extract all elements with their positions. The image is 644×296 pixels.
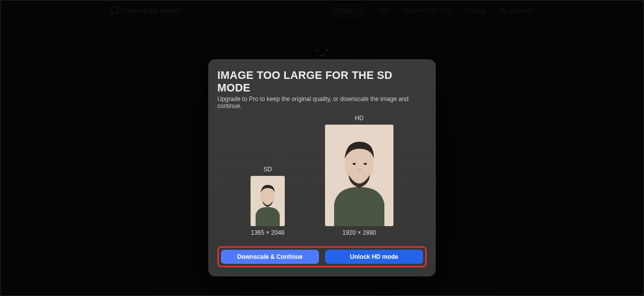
hd-column: HD 1920 × 2880 [325,115,393,236]
button-row-highlight: Downscale & Continue Unlock HD mode [217,246,427,267]
modal-subtitle: Upgrade to Pro to keep the original qual… [217,95,427,110]
hd-dimensions: 1920 × 2880 [342,229,376,236]
image-too-large-modal: IMAGE TOO LARGE FOR THE SD MODE Upgrade … [208,59,436,276]
hd-preview-image [325,125,393,226]
svg-point-4 [353,163,356,165]
downscale-button[interactable]: Downscale & Continue [221,250,319,264]
sd-dimensions: 1365 × 2048 [251,229,284,236]
sd-preview-image [251,176,285,226]
preview-row: SD 1365 × 2048 HD [217,115,427,236]
sd-label: SD [264,166,272,173]
unlock-hd-button[interactable]: Unlock HD mode [325,250,423,264]
svg-point-5 [364,163,367,165]
modal-title: IMAGE TOO LARGE FOR THE SD MODE [217,69,427,94]
hd-label: HD [355,115,363,122]
sd-column: SD 1365 × 2048 [251,166,285,236]
